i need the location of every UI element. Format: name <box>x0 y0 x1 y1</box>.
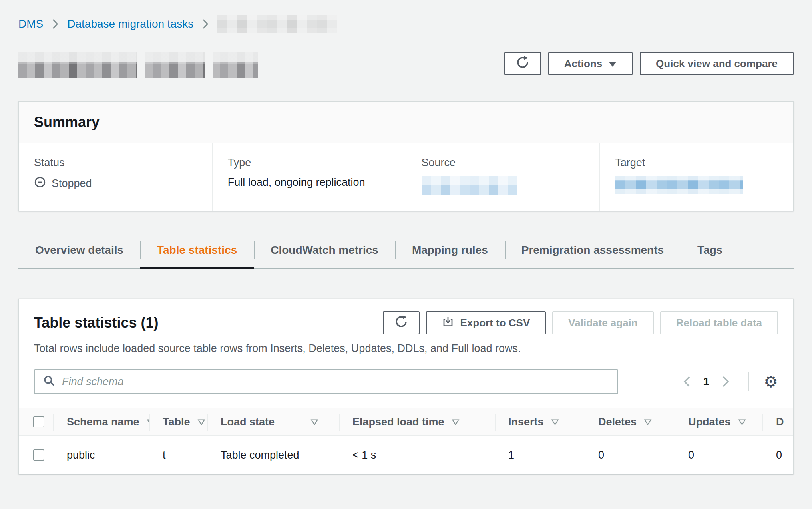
pager-divider <box>748 372 749 391</box>
task-tabs: Overview details Table statistics CloudW… <box>18 237 794 269</box>
column-label: Elapsed load time <box>352 416 444 428</box>
sort-icon[interactable] <box>197 419 205 425</box>
type-label: Type <box>228 157 391 169</box>
status-value: Stopped <box>34 176 197 191</box>
sort-icon[interactable] <box>551 419 559 425</box>
validate-again-button[interactable]: Validate again <box>552 311 653 334</box>
column-header-deletes[interactable]: Deletes <box>585 408 675 435</box>
column-label: Deletes <box>598 416 637 428</box>
select-all-cell <box>19 408 53 435</box>
table-refresh-button[interactable] <box>383 311 420 334</box>
row-checkbox[interactable] <box>33 449 44 461</box>
reload-table-data-label: Reload table data <box>676 317 762 329</box>
column-header-updates[interactable]: Updates <box>675 408 762 435</box>
export-to-csv-label: Export to CSV <box>460 317 530 329</box>
column-label: Load state <box>221 416 275 428</box>
tab-overview-details[interactable]: Overview details <box>18 237 140 268</box>
cell-deletes: 0 <box>585 436 675 474</box>
source-label: Source <box>422 157 585 169</box>
column-header-ddls-clipped[interactable]: D <box>762 408 793 435</box>
table-statistics-description: Total rows include loaded source table r… <box>19 342 793 355</box>
breadcrumb-link-dms[interactable]: DMS <box>18 18 43 30</box>
tab-tags[interactable]: Tags <box>681 237 739 268</box>
cell-updates: 0 <box>675 436 762 474</box>
status-text: Stopped <box>52 177 92 190</box>
row-select-cell <box>19 436 53 474</box>
schema-search-input[interactable] <box>62 376 609 388</box>
quick-view-compare-button[interactable]: Quick view and compare <box>640 52 794 75</box>
next-page-icon[interactable] <box>721 375 730 388</box>
column-label: Table <box>163 416 190 428</box>
schema-search-box <box>34 369 618 394</box>
tab-table-statistics[interactable]: Table statistics <box>140 237 254 268</box>
summary-body: Status Stopped Type Full load, ongoing r… <box>19 143 793 211</box>
sort-icon[interactable] <box>738 419 746 425</box>
export-to-csv-button[interactable]: Export to CSV <box>426 311 546 334</box>
redacted-source-link <box>422 176 517 195</box>
summary-field-target: Target <box>599 143 793 211</box>
cell-elapsed-load-time: < 1 s <box>339 436 495 474</box>
column-header-table[interactable]: Table <box>149 408 207 435</box>
validate-again-label: Validate again <box>568 317 637 329</box>
summary-field-source: Source <box>406 143 600 211</box>
table-statistics-header: Table statistics (1) <box>19 299 793 334</box>
table-statistics-buttons: Export to CSV Validate again Reload tabl… <box>383 311 778 334</box>
table-statistics-panel: Table statistics (1) <box>18 299 794 474</box>
breadcrumb: DMS Database migration tasks <box>18 15 794 33</box>
summary-panel: Summary Status Stopped Type Full load, o… <box>18 101 794 211</box>
reload-table-data-button[interactable]: Reload table data <box>660 311 778 334</box>
sort-icon[interactable] <box>310 419 318 425</box>
column-header-elapsed-load-time[interactable]: Elapsed load time <box>339 408 495 435</box>
cell-ddls-clipped: 0 <box>762 436 793 474</box>
search-icon <box>43 374 56 389</box>
stopped-icon <box>34 176 46 191</box>
target-label: Target <box>615 157 778 169</box>
column-header-load-state[interactable]: Load state <box>207 408 339 435</box>
actions-button[interactable]: Actions <box>548 52 633 75</box>
column-label: Updates <box>688 416 731 428</box>
refresh-icon <box>516 56 529 72</box>
redacted-page-title <box>18 52 258 78</box>
type-value: Full load, ongoing replication <box>228 176 391 189</box>
sort-icon[interactable] <box>452 419 460 425</box>
settings-gear-icon[interactable]: ⚙ <box>764 374 778 390</box>
cell-table: t <box>149 436 207 474</box>
column-label: Inserts <box>508 416 544 428</box>
current-page-number: 1 <box>703 375 710 388</box>
refresh-icon <box>394 315 408 331</box>
summary-field-status: Status Stopped <box>19 143 212 211</box>
download-icon <box>442 316 454 330</box>
cell-schema-name: public <box>53 436 149 474</box>
select-all-checkbox[interactable] <box>33 416 44 427</box>
caret-down-icon <box>609 58 617 70</box>
tab-cloudwatch-metrics[interactable]: CloudWatch metrics <box>254 237 395 268</box>
breadcrumb-chevron-icon <box>52 19 58 29</box>
summary-field-type: Type Full load, ongoing replication <box>212 143 406 211</box>
previous-page-icon[interactable] <box>683 375 691 388</box>
refresh-button[interactable] <box>504 52 541 75</box>
breadcrumb-chevron-icon <box>202 19 209 29</box>
column-label: Schema name <box>67 416 139 428</box>
table-row: public t Table completed < 1 s 1 0 0 0 <box>19 436 793 474</box>
page-header-actions: Actions Quick view and compare <box>504 52 794 75</box>
cell-load-state: Table completed <box>207 436 339 474</box>
status-label: Status <box>34 157 197 169</box>
dms-task-page: DMS Database migration tasks Actions <box>0 0 812 474</box>
table-filter-row: 1 ⚙ <box>19 369 793 394</box>
breadcrumb-link-tasks[interactable]: Database migration tasks <box>67 18 193 30</box>
cell-inserts: 1 <box>495 436 585 474</box>
tab-mapping-rules[interactable]: Mapping rules <box>395 237 505 268</box>
summary-title: Summary <box>19 102 793 143</box>
column-header-schema-name[interactable]: Schema name <box>53 408 149 435</box>
sort-icon[interactable] <box>644 419 652 425</box>
table-statistics-title: Table statistics (1) <box>34 314 158 331</box>
tab-premigration-assessments[interactable]: Premigration assessments <box>505 237 681 268</box>
pagination: 1 ⚙ <box>683 372 778 391</box>
redacted-breadcrumb-task-name <box>217 15 337 33</box>
actions-button-label: Actions <box>564 58 602 70</box>
table-statistics-table: Schema name Table Load state <box>19 408 793 474</box>
column-header-inserts[interactable]: Inserts <box>495 408 585 435</box>
column-label: D <box>776 416 784 428</box>
page-header: Actions Quick view and compare <box>18 50 794 78</box>
quick-view-label: Quick view and compare <box>656 58 778 70</box>
